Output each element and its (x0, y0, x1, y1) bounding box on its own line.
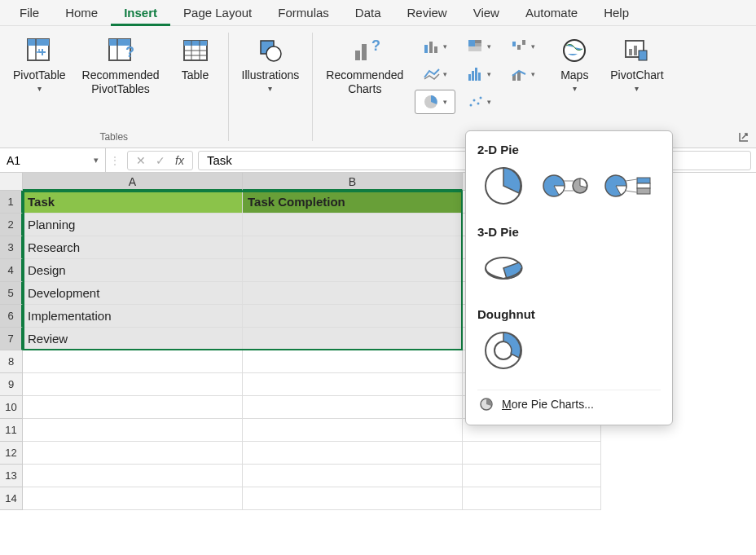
row-header[interactable]: 4 (0, 259, 23, 282)
fx-icon[interactable]: fx (172, 154, 187, 167)
cell[interactable] (243, 465, 463, 487)
cell[interactable] (463, 442, 601, 465)
cell-b2[interactable] (243, 214, 463, 236)
maps-label: Maps (560, 68, 588, 82)
formula-icons: ✕ ✓ fx (127, 151, 193, 170)
col-header-b[interactable]: B (243, 173, 463, 191)
cancel-icon[interactable]: ✕ (133, 154, 149, 167)
row-header[interactable]: 2 (0, 214, 23, 236)
tab-file[interactable]: File (7, 0, 52, 26)
svg-rect-29 (472, 71, 474, 81)
tab-insert[interactable]: Insert (111, 0, 170, 26)
bar-of-pie-option[interactable] (601, 165, 653, 207)
pie-3d-option[interactable] (477, 247, 530, 289)
tab-home[interactable]: Home (52, 0, 111, 26)
tab-data[interactable]: Data (342, 0, 394, 26)
tab-view[interactable]: View (460, 0, 512, 26)
col-header-a[interactable]: A (23, 173, 243, 191)
tab-review[interactable]: Review (394, 0, 460, 26)
table-button[interactable]: Table (171, 31, 220, 86)
ribbon-group-illustrations: Illustrations ▾ (229, 26, 313, 148)
select-all-corner[interactable] (0, 173, 23, 191)
svg-point-36 (473, 99, 476, 102)
pie-chart-button[interactable]: ▾ (415, 90, 455, 114)
row-header[interactable]: 1 (0, 191, 23, 214)
ribbon-launcher-icon[interactable] (738, 131, 749, 143)
cell-a6[interactable]: Implementation (23, 305, 243, 328)
svg-rect-51 (637, 183, 650, 188)
cell-b1[interactable]: Task Completion (243, 191, 463, 214)
hierarchy-chart-button[interactable]: ▾ (459, 34, 499, 59)
row-header[interactable]: 11 (0, 419, 23, 442)
cell-b5[interactable] (243, 282, 463, 305)
pivotchart-button[interactable]: PivotChart ▾ (605, 31, 668, 96)
tab-formulas[interactable]: Formulas (265, 0, 342, 26)
row-header[interactable]: 6 (0, 305, 23, 328)
svg-point-39 (564, 40, 585, 61)
cell[interactable] (23, 373, 243, 396)
cell-a1[interactable]: Task (23, 191, 243, 214)
cell[interactable] (23, 419, 243, 442)
cell[interactable] (243, 396, 463, 419)
illustrations-button[interactable]: Illustrations ▾ (237, 31, 305, 96)
name-box[interactable]: ▾ (0, 148, 106, 172)
cell-b3[interactable] (243, 236, 463, 259)
cell[interactable] (463, 465, 601, 487)
scatter-chart-button[interactable]: ▾ (459, 90, 499, 114)
cell-b4[interactable] (243, 259, 463, 282)
doughnut-option[interactable] (477, 329, 530, 372)
row-header[interactable]: 9 (0, 373, 23, 396)
maps-button[interactable]: Maps ▾ (550, 31, 599, 96)
row-header[interactable]: 7 (0, 328, 23, 350)
cell-a5[interactable]: Development (23, 282, 243, 305)
row-header[interactable]: 12 (0, 442, 23, 465)
svg-rect-24 (468, 46, 481, 51)
enter-icon[interactable]: ✓ (152, 154, 169, 167)
row-header[interactable]: 13 (0, 465, 23, 487)
chevron-down-icon[interactable]: ▾ (94, 155, 99, 165)
svg-point-14 (266, 46, 281, 61)
tab-page-layout[interactable]: Page Layout (170, 0, 265, 26)
cell[interactable] (23, 350, 243, 373)
cell[interactable] (243, 350, 463, 373)
row-header[interactable]: 8 (0, 350, 23, 373)
pie-2d-option[interactable] (477, 165, 530, 207)
line-chart-button[interactable]: ▾ (415, 62, 455, 86)
statistic-chart-button[interactable]: ▾ (459, 62, 499, 86)
ribbon-group-tables: PivotTable ▾ ? Recommended PivotTables T… (0, 26, 228, 148)
cell-a7[interactable]: Review (23, 328, 243, 350)
pivottable-button[interactable]: PivotTable ▾ (8, 31, 71, 96)
cell-a4[interactable]: Design (23, 259, 243, 282)
recommended-pivottables-button[interactable]: ? Recommended PivotTables (77, 31, 165, 99)
cell[interactable] (23, 465, 243, 487)
column-chart-button[interactable]: ▾ (415, 34, 455, 59)
more-pie-charts-button[interactable]: More Pie Charts... (477, 390, 661, 418)
pivottable-label: PivotTable (13, 68, 66, 82)
cell[interactable] (243, 442, 463, 465)
cell[interactable] (23, 442, 243, 465)
cell-b7[interactable] (243, 328, 463, 350)
cell[interactable] (23, 396, 243, 419)
cell-b6[interactable] (243, 305, 463, 328)
row-header[interactable]: 5 (0, 282, 23, 305)
tab-help[interactable]: Help (591, 0, 642, 26)
row-header[interactable]: 14 (0, 487, 23, 510)
cell-a2[interactable]: Planning (23, 214, 243, 236)
cell[interactable] (243, 419, 463, 442)
cell[interactable] (243, 373, 463, 396)
cell[interactable] (463, 487, 601, 510)
cell-a3[interactable]: Research (23, 236, 243, 259)
svg-rect-16 (362, 44, 367, 60)
cell[interactable] (243, 487, 463, 510)
pie-of-pie-option[interactable] (539, 165, 591, 207)
row-header[interactable]: 10 (0, 396, 23, 419)
recommended-charts-button[interactable]: ? Recommended Charts (321, 31, 408, 99)
svg-point-37 (477, 103, 480, 105)
row-header[interactable]: 3 (0, 236, 23, 259)
cell[interactable] (23, 487, 243, 510)
tab-automate[interactable]: Automate (512, 0, 591, 26)
combo-chart-button[interactable]: ▾ (503, 62, 543, 86)
svg-rect-41 (629, 49, 632, 55)
name-box-input[interactable] (7, 154, 80, 167)
waterfall-chart-button[interactable]: ▾ (503, 34, 543, 59)
